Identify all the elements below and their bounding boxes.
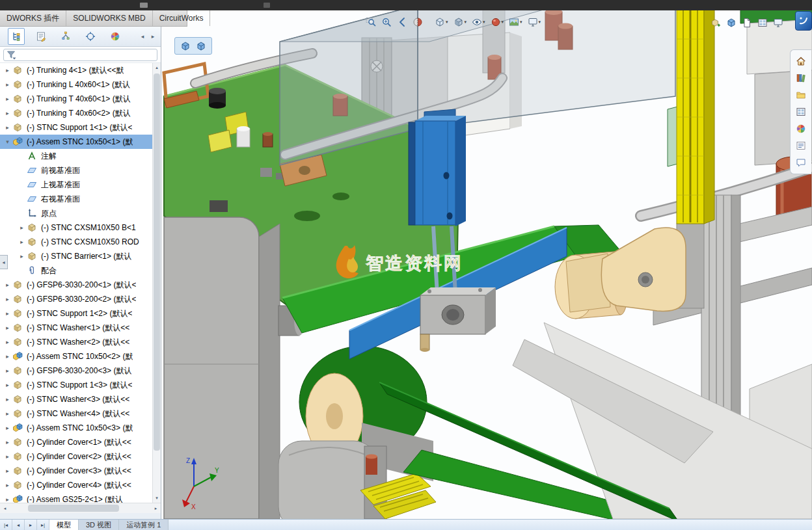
expand-arrow-icon[interactable]: ▸ — [3, 468, 12, 474]
expand-arrow-icon[interactable]: ▸ — [3, 296, 12, 302]
panel-tabs-scroll-left[interactable]: ◂ — [139, 33, 146, 40]
expand-arrow-icon[interactable]: ▸ — [3, 282, 12, 288]
tree-item[interactable]: ▸(-) STNC Washer<1> (默认<< — [0, 321, 152, 335]
expand-arrow-icon[interactable]: ▸ — [17, 253, 27, 259]
expand-arrow-icon[interactable]: ▸ — [3, 367, 12, 374]
panel-collapse-button[interactable]: ◂ — [0, 255, 8, 269]
hide-show-items-button[interactable]: ▾ — [470, 16, 487, 29]
panel-tabs-scroll-right[interactable]: ▸ — [149, 33, 157, 40]
document-tab[interactable]: 运动算例 1 — [119, 520, 169, 530]
previous-view-button[interactable] — [396, 16, 409, 29]
tree-item[interactable]: ▾(-) Assem STNC 10x50<1> (默 — [0, 135, 152, 149]
section-view-button[interactable] — [411, 16, 424, 29]
expand-arrow-icon[interactable]: ▸ — [17, 239, 27, 245]
solidworks-resources-tab[interactable] — [791, 53, 811, 70]
view-settings-button[interactable]: ▾ — [526, 16, 543, 29]
scroll-down-icon[interactable]: ▾ — [153, 494, 161, 503]
expand-arrow-icon[interactable]: ▸ — [3, 124, 12, 131]
scroll-right-icon[interactable]: ▸ — [151, 506, 161, 511]
expand-arrow-icon[interactable]: ▸ — [3, 310, 12, 317]
tree-item[interactable]: ▸(-) STNC Washer<4> (默认<< — [0, 406, 152, 421]
vertical-scroll-thumb[interactable] — [154, 73, 160, 451]
3d-model-view[interactable]: 智造资料网 Z Y X — [162, 10, 812, 519]
expand-arrow-icon[interactable]: ▸ — [3, 81, 12, 88]
tree-item[interactable]: ▸(-) GFSP6-3030-200<3> (默认 — [0, 364, 152, 378]
configuration-manager-tab[interactable] — [57, 28, 74, 45]
scroll-left-icon[interactable]: ◂ — [0, 506, 10, 511]
expand-arrow-icon[interactable]: ▸ — [3, 482, 12, 488]
zoom-to-fit-button[interactable] — [364, 16, 377, 29]
expand-arrow-icon[interactable]: ▾ — [3, 139, 12, 145]
dimxpert-manager-tab[interactable] — [82, 28, 99, 45]
scroll-up-icon[interactable]: ▴ — [153, 63, 161, 72]
expand-arrow-icon[interactable]: ▸ — [17, 224, 27, 231]
expand-arrow-icon[interactable]: ▸ — [3, 439, 12, 445]
tree-item[interactable]: 配合 — [0, 263, 152, 278]
tree-vertical-scrollbar[interactable]: ▴ ▾ — [152, 63, 161, 503]
tree-item[interactable]: ▸(-) Trunking L 40x60<1> (默认 — [0, 77, 152, 92]
tree-item[interactable]: ▸(-) Cylinder Cover<3> (默认<< — [0, 464, 152, 478]
tree-item[interactable]: 上视基准面 — [0, 178, 152, 192]
expand-arrow-icon[interactable]: ▸ — [3, 396, 12, 403]
expand-arrow-icon[interactable]: ▸ — [3, 382, 12, 388]
custom-properties-tab[interactable] — [791, 137, 811, 154]
doc-tab-scroll-prev[interactable]: ◂ — [12, 520, 25, 530]
doc-tab-scroll-next[interactable]: ▸ — [25, 520, 37, 530]
tree-item[interactable]: ▸(-) Cylinder Cover<4> (默认<< — [0, 478, 152, 492]
expand-arrow-icon[interactable]: ▸ — [3, 496, 12, 503]
screen-capture-button[interactable] — [772, 16, 785, 29]
tree-item[interactable]: ▸(-) STNC Washer<3> (默认<< — [0, 392, 152, 406]
featuremanager-tree-tab[interactable] — [8, 28, 25, 45]
tree-item[interactable]: 前视基准面 — [0, 163, 152, 178]
expand-arrow-icon[interactable]: ▸ — [3, 110, 12, 116]
tree-item[interactable]: ▸(-) STNC Barrier<1> (默认 — [0, 249, 152, 263]
tree-item[interactable]: 注解 — [0, 149, 152, 163]
view-palette-tool-button[interactable] — [756, 16, 769, 29]
appearances-scenes-tab[interactable] — [791, 120, 811, 137]
tree-item[interactable]: ▸(-) GFSP6-3030-200<2> (默认< — [0, 292, 152, 306]
ribbon-tab[interactable]: SOLIDWORKS MBD — [66, 10, 152, 26]
insert-component-button[interactable] — [709, 16, 722, 29]
tree-item[interactable]: ▸(-) Trunking 4<1> (默认<<默 — [0, 63, 152, 77]
file-explorer-tab[interactable] — [791, 86, 811, 103]
view-orientation-button[interactable]: ▾ — [433, 16, 450, 29]
graphics-area[interactable]: 智造资料网 Z Y X — [162, 10, 812, 519]
expand-arrow-icon[interactable]: ▸ — [3, 325, 12, 331]
doc-tab-scroll-first[interactable]: |◂ — [0, 520, 12, 530]
expand-arrow-icon[interactable]: ▸ — [3, 96, 12, 102]
document-tab[interactable]: 3D 视图 — [79, 520, 119, 530]
tree-item[interactable]: ▸(-) STNC CXSM10X50 ROD — [0, 235, 152, 249]
new-sheet-button[interactable] — [740, 16, 753, 29]
tree-item[interactable]: ▸(-) Assem GS25-2<1> (默认 — [0, 492, 152, 503]
tree-item[interactable]: ▸(-) Assem STNC 10x50<3> (默 — [0, 421, 152, 435]
open-subassembly-button[interactable] — [195, 40, 208, 53]
tree-item[interactable]: 右视基准面 — [0, 192, 152, 206]
tree-item[interactable]: ▸(-) STNC Support 1<2> (默认< — [0, 306, 152, 321]
tree-item[interactable]: ▸(-) GFSP6-3030-200<1> (默认< — [0, 278, 152, 292]
property-manager-tab[interactable] — [33, 28, 49, 45]
doc-tab-scroll-last[interactable]: ▸| — [37, 520, 49, 530]
sw-logo-button[interactable] — [795, 11, 812, 31]
select-subassembly-button[interactable] — [179, 40, 192, 53]
expand-arrow-icon[interactable]: ▸ — [3, 67, 12, 73]
tree-item[interactable]: ▸(-) STNC Support 1<1> (默认< — [0, 120, 152, 135]
ribbon-tab[interactable]: DWORKS 插件 — [0, 10, 66, 26]
tree-item[interactable]: ▸(-) Trunking T 40x60<2> (默认 — [0, 106, 152, 120]
expand-arrow-icon[interactable]: ▸ — [3, 353, 12, 360]
document-tab[interactable]: 模型 — [49, 520, 79, 530]
component-preview-button[interactable] — [725, 16, 738, 29]
solidworks-forum-tab[interactable] — [791, 154, 811, 171]
tree-item[interactable]: ▸(-) Cylinder Cover<2> (默认<< — [0, 449, 152, 464]
expand-arrow-icon[interactable]: ▸ — [3, 339, 12, 345]
tree-item[interactable]: ▸(-) STNC Washer<2> (默认<< — [0, 335, 152, 349]
zoom-to-area-button[interactable] — [380, 16, 393, 29]
display-style-button[interactable]: ▾ — [452, 16, 468, 29]
tree-item[interactable]: ▸(-) STNC Support 1<3> (默认< — [0, 378, 152, 392]
apply-scene-button[interactable]: ▾ — [508, 16, 524, 29]
tree-item[interactable]: ▸(-) Trunking T 40x60<1> (默认 — [0, 92, 152, 106]
display-manager-tab[interactable] — [107, 28, 124, 45]
tree-item[interactable]: ▸(-) STNC CXSM10X50 B<1 — [0, 220, 152, 235]
expand-arrow-icon[interactable]: ▸ — [3, 425, 12, 431]
tree-item[interactable]: ▸(-) Assem STNC 10x50<2> (默 — [0, 349, 152, 364]
edit-appearance-button[interactable]: ▾ — [489, 16, 506, 29]
